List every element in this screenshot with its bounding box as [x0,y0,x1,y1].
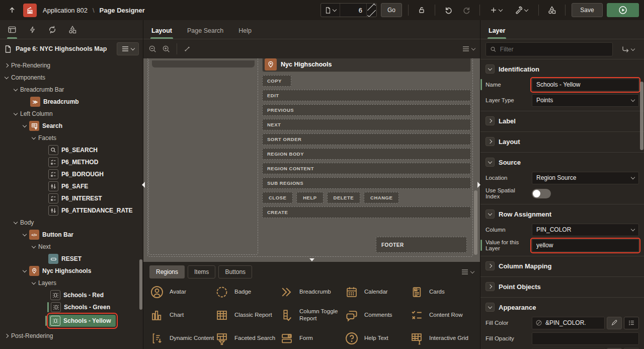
canvas-scrollbar[interactable] [474,190,477,255]
gallery-item-comments[interactable]: Comments [344,306,409,324]
chevron-down-icon[interactable] [5,75,9,79]
gallery-item-classic-report[interactable]: Classic Report [214,306,279,324]
tab-page-shared-components[interactable] [63,20,82,39]
section-header-identification[interactable]: Identification [486,62,639,76]
region-header-nyc-highschools[interactable]: Nyc Highschools [262,58,471,72]
gallery-item-breadcrumb[interactable]: Breadcrumb [279,283,344,301]
gallery-tab-regions[interactable]: Regions [149,265,185,278]
tree-item-search[interactable]: Search [0,120,143,132]
redo-icon[interactable] [459,3,473,17]
scroll-down-indicator[interactable] [309,258,314,261]
chevron-right-icon[interactable] [5,334,9,338]
right-panel-scrollbar[interactable] [640,82,643,150]
zoom-in-icon[interactable] [162,45,171,53]
tree-item-p6-method[interactable]: P6_METHOD [0,156,143,168]
chevron-down-icon[interactable] [23,232,27,236]
slot-close[interactable]: CLOSE [262,192,293,203]
name-input[interactable] [532,79,639,91]
page-finder-button[interactable] [321,4,340,17]
fill-color-input[interactable]: &PIN_COLOR. [532,317,605,329]
tree-item-p6-search[interactable]: P6_SEARCH [0,144,143,156]
slot-change[interactable]: CHANGE [364,192,399,203]
tree-item-p6-safe[interactable]: P6_SAFE [0,180,143,192]
gallery-item-chart[interactable]: Chart [149,306,214,324]
create-menu-button[interactable] [486,3,506,17]
section-header-source[interactable]: Source [486,156,639,169]
expand-icon[interactable] [486,261,495,270]
filter-input[interactable] [500,46,608,53]
slot-copy[interactable]: COPY [262,75,291,87]
gallery-item-badge[interactable]: Badge [214,283,279,301]
chevron-down-icon[interactable] [23,268,27,272]
slot-help[interactable]: HELP [296,192,323,203]
collapse-icon[interactable] [486,303,495,312]
section-header-label[interactable]: Label [486,114,639,127]
tab-rendering[interactable] [3,20,21,39]
slot-next[interactable]: NEXT [262,119,471,130]
column-select[interactable]: PIN_COLOR [532,224,639,236]
section-header-point-objects[interactable]: Point Objects [486,280,639,293]
tree-item-pre-rendering[interactable]: Pre-Rendering [0,59,143,72]
tab-help[interactable]: Help [237,22,253,39]
expand-icon[interactable] [486,282,495,291]
left-column-dropzone[interactable] [148,58,258,255]
tree-item-facets[interactable]: Facets [0,132,143,144]
section-header-layout[interactable]: Layout [486,135,639,148]
app-title[interactable]: Application 802 [43,7,88,14]
filter-box[interactable] [486,42,613,56]
tree-item-schools-green[interactable]: Schools - Green [0,301,143,313]
gallery-item-column-toggle-report[interactable]: Column Toggle Report [279,306,344,324]
color-picker-button[interactable] [607,317,622,329]
tree-item-left-column[interactable]: Left Column [0,108,143,120]
tree-item-next[interactable]: Next [0,241,143,253]
left-splitter-handle[interactable] [142,182,145,188]
go-to-component-button[interactable] [617,42,639,56]
collapse-icon[interactable] [486,210,495,219]
gallery-item-form[interactable]: Form [279,329,344,347]
chevron-down-icon[interactable] [14,87,18,91]
gallery-item-dynamic-content[interactable]: Dynamic Content [149,329,214,347]
tab-layout[interactable]: Layout [150,22,173,39]
value-list-button[interactable] [624,317,639,329]
save-button[interactable]: Save [572,3,603,17]
layout-menu-button[interactable] [462,46,475,52]
gallery-item-help-text[interactable]: Help Text [344,329,409,347]
tree-item-schools-yellow[interactable]: Schools - Yellow [0,313,143,328]
expand-icon[interactable] [486,137,495,146]
use-spatial-index-toggle[interactable] [532,189,551,198]
gallery-item-faceted-search[interactable]: Faceted Search [214,329,279,347]
tree-item-post-rendering[interactable]: Post-Rendering [0,330,143,342]
tree-item-breadcrumb-bar[interactable]: Breadcrumb Bar [0,84,143,96]
tree-item-reset[interactable]: RESET [0,253,143,265]
chevron-down-icon[interactable] [32,281,36,285]
tree-item-p6-attendance-rate[interactable]: P6_ATTENDANCE_RATE [0,204,143,217]
tab-processing[interactable] [43,20,61,39]
section-header-appearance[interactable]: Appearance [486,301,639,314]
gallery-item-avatar[interactable]: Avatar [149,283,214,301]
section-header-column-mapping[interactable]: Column Mapping [486,259,639,272]
chevron-down-icon[interactable] [14,220,18,224]
slot-region-body[interactable]: REGION BODY [262,148,471,160]
tree-item-layers[interactable]: Layers [0,277,143,289]
shared-components-icon[interactable] [545,3,559,17]
tab-page-search[interactable]: Page Search [186,22,224,39]
footer-dropzone[interactable]: FOOTER [376,237,467,253]
expand-icon[interactable] [183,45,191,53]
slot-previous[interactable]: PREVIOUS [262,104,471,116]
value-for-layer-input[interactable] [532,239,639,252]
undo-icon[interactable] [441,3,455,17]
chevron-down-icon[interactable] [32,135,36,139]
utilities-menu-button[interactable] [510,3,532,17]
tree-item-p6-borough[interactable]: P6_BOROUGH [0,168,143,180]
page-number-stepper[interactable] [366,4,376,17]
tree-item-body[interactable]: Body [0,217,143,229]
collapse-icon[interactable] [486,64,495,74]
section-header-row-assignment[interactable]: Row Assignment [486,207,639,221]
slot-region-content[interactable]: REGION CONTENT [262,163,471,174]
chevron-down-icon[interactable] [32,244,36,248]
chevron-right-icon[interactable] [5,63,9,67]
chevron-down-icon[interactable] [14,111,18,115]
up-arrow-icon[interactable] [5,3,19,17]
tree-item-p6-interest[interactable]: P6_INTEREST [0,192,143,204]
left-panel-scrollbar[interactable] [139,259,142,310]
